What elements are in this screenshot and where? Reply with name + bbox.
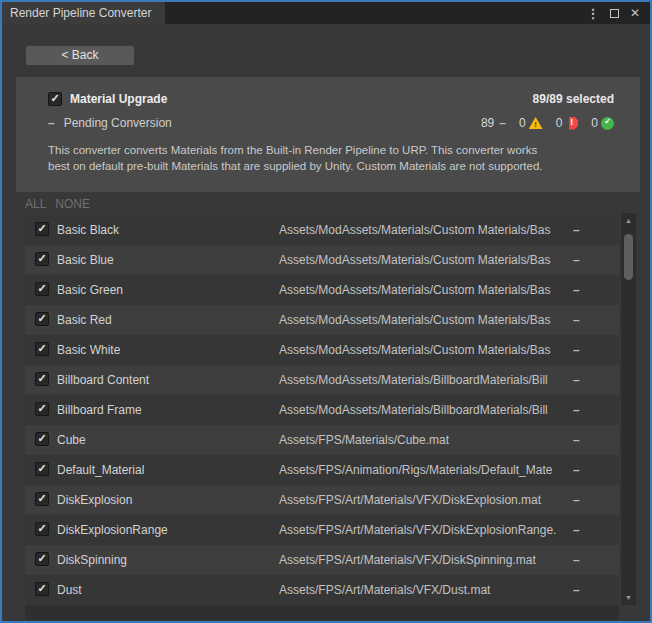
window-tab[interactable]: Render Pipeline Converter [2, 2, 165, 24]
selection-links: ALL NONE [25, 197, 90, 211]
render-pipeline-converter-window: Render Pipeline Converter ⋮ ✕ < Back Mat… [0, 0, 652, 623]
material-row[interactable]: Basic Red Assets/ModAssets/Materials/Cus… [25, 305, 619, 335]
window-controls: ⋮ ✕ [586, 2, 650, 24]
scroll-up-icon[interactable]: ▲ [621, 217, 636, 224]
more-menu-icon[interactable]: ⋮ [586, 5, 600, 21]
converter-panel: Material Upgrade 89/89 selected – Pendin… [16, 77, 640, 192]
close-icon[interactable]: ✕ [628, 5, 642, 21]
material-name: Basic Blue [57, 253, 114, 267]
material-checkbox[interactable] [35, 462, 49, 476]
converter-checkbox[interactable] [48, 92, 62, 106]
material-row[interactable]: DiskExplosionRange Assets/FPS/Art/Materi… [25, 515, 619, 545]
pending-count: 89 [481, 116, 494, 130]
select-all-link[interactable]: ALL [25, 197, 46, 211]
pending-conversion-row: – Pending Conversion 89 – 0 ! 0 ! 0 ✓ [48, 116, 614, 130]
material-row[interactable]: Billboard Content Assets/ModAssets/Mater… [25, 365, 619, 395]
material-row[interactable]: Billboard Frame Assets/ModAssets/Materia… [25, 395, 619, 425]
status-counts: 89 – 0 ! 0 ! 0 ✓ [481, 116, 614, 130]
scroll-thumb[interactable] [624, 234, 633, 280]
material-path: Assets/ModAssets/Materials/Custom Materi… [279, 283, 569, 297]
maximize-box [610, 9, 619, 18]
material-status-dash-icon: – [573, 493, 580, 507]
converter-description-line1: This converter converts Materials from t… [48, 142, 614, 158]
material-status-dash-icon: – [573, 583, 580, 597]
success-group: 0 ✓ [591, 116, 614, 130]
material-path: Assets/FPS/Animation/Rigs/Materials/Defa… [279, 463, 569, 477]
material-row[interactable]: DiskSpinning Assets/FPS/Art/Materials/VF… [25, 545, 619, 575]
material-row[interactable]: Basic Black Assets/ModAssets/Materials/C… [25, 215, 619, 245]
material-row[interactable]: Dust Assets/FPS/Art/Materials/VFX/Dust.m… [25, 575, 619, 605]
maximize-icon[interactable] [607, 5, 621, 21]
material-checkbox[interactable] [35, 492, 49, 506]
material-path: Assets/ModAssets/Materials/Custom Materi… [279, 343, 569, 357]
material-name: Cube [57, 433, 86, 447]
material-checkbox[interactable] [35, 372, 49, 386]
material-row[interactable]: Basic Green Assets/ModAssets/Materials/C… [25, 275, 619, 305]
pending-dash-icon: – [499, 116, 506, 130]
material-name: Default_Material [57, 463, 144, 477]
success-count: 0 [591, 116, 598, 130]
material-path: Assets/ModAssets/Materials/Custom Materi… [279, 313, 569, 327]
material-name: DiskExplosionRange [57, 523, 168, 537]
material-name: Basic Black [57, 223, 119, 237]
success-icon: ✓ [601, 117, 614, 130]
material-name: Dust [57, 583, 82, 597]
material-name: Basic Red [57, 313, 112, 327]
material-checkbox[interactable] [35, 402, 49, 416]
material-checkbox[interactable] [35, 252, 49, 266]
material-path: Assets/ModAssets/Materials/BillboardMate… [279, 403, 569, 417]
material-row[interactable]: Default_Material Assets/FPS/Animation/Ri… [25, 455, 619, 485]
converter-title: Material Upgrade [70, 92, 167, 106]
error-group: 0 ! [556, 116, 579, 130]
pending-label: Pending Conversion [64, 116, 172, 130]
material-name: DiskSpinning [57, 553, 127, 567]
material-checkbox[interactable] [35, 522, 49, 536]
window-title: Render Pipeline Converter [10, 6, 151, 20]
material-path: Assets/FPS/Materials/Cube.mat [279, 433, 569, 447]
scrollbar[interactable]: ▲ ▼ [621, 213, 636, 605]
material-status-dash-icon: – [573, 553, 580, 567]
scroll-down-icon[interactable]: ▼ [621, 594, 636, 601]
material-checkbox[interactable] [35, 552, 49, 566]
material-status-dash-icon: – [573, 373, 580, 387]
material-status-dash-icon: – [573, 283, 580, 297]
material-row[interactable]: Basic Blue Assets/ModAssets/Materials/Cu… [25, 245, 619, 275]
material-row[interactable]: DiskExplosion Assets/FPS/Art/Materials/V… [25, 485, 619, 515]
material-status-dash-icon: – [573, 463, 580, 477]
material-path: Assets/FPS/Art/Materials/VFX/DiskSpinnin… [279, 553, 569, 567]
material-path: Assets/ModAssets/Materials/Custom Materi… [279, 223, 569, 237]
material-checkbox[interactable] [35, 312, 49, 326]
material-status-dash-icon: – [573, 313, 580, 327]
material-name: Billboard Content [57, 373, 149, 387]
material-checkbox[interactable] [35, 432, 49, 446]
material-status-dash-icon: – [573, 523, 580, 537]
material-status-dash-icon: – [573, 433, 580, 447]
material-path: Assets/FPS/Art/Materials/VFX/Dust.mat [279, 583, 569, 597]
back-button[interactable]: < Back [25, 45, 135, 66]
material-name: DiskExplosion [57, 493, 132, 507]
material-name: Basic White [57, 343, 120, 357]
material-checkbox[interactable] [35, 342, 49, 356]
material-path: Assets/FPS/Art/Materials/VFX/DiskExplosi… [279, 523, 569, 537]
materials-list: Basic Black Assets/ModAssets/Materials/C… [25, 215, 619, 620]
converter-description-line2: best on default pre-built Materials that… [48, 158, 614, 174]
pending-mixed-state-icon[interactable]: – [48, 116, 55, 130]
converter-header-row: Material Upgrade 89/89 selected [48, 92, 614, 106]
material-path: Assets/FPS/Art/Materials/VFX/DiskExplosi… [279, 493, 569, 507]
warning-count: 0 [519, 116, 526, 130]
material-path: Assets/ModAssets/Materials/Custom Materi… [279, 253, 569, 267]
error-icon: ! [565, 117, 578, 130]
material-name: Basic Green [57, 283, 123, 297]
material-status-dash-icon: – [573, 223, 580, 237]
titlebar: Render Pipeline Converter ⋮ ✕ [2, 2, 650, 24]
material-checkbox[interactable] [35, 222, 49, 236]
material-checkbox[interactable] [35, 582, 49, 596]
material-checkbox[interactable] [35, 282, 49, 296]
error-count: 0 [556, 116, 563, 130]
material-status-dash-icon: – [573, 253, 580, 267]
material-name: Billboard Frame [57, 403, 142, 417]
material-status-dash-icon: – [573, 403, 580, 417]
material-row[interactable]: Cube Assets/FPS/Materials/Cube.mat – [25, 425, 619, 455]
material-row[interactable]: Basic White Assets/ModAssets/Materials/C… [25, 335, 619, 365]
select-none-link[interactable]: NONE [55, 197, 90, 211]
